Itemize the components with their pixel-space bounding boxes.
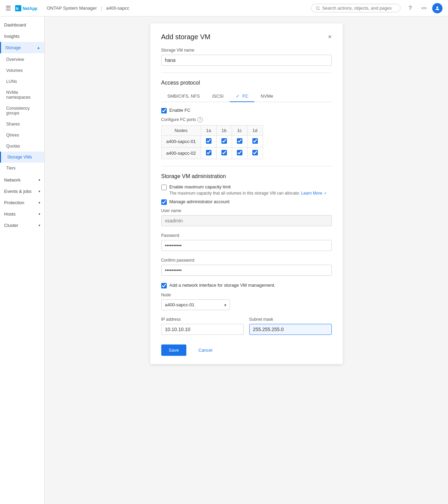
password-label: Password <box>161 233 332 238</box>
tab-fc[interactable]: ✓ FC <box>230 91 254 102</box>
sidebar-item-tiers[interactable]: Tiers <box>0 163 44 174</box>
sidebar-item-storage-vms[interactable]: Storage VMs <box>0 152 44 163</box>
table-row: a400-sapcc-02 <box>161 147 263 159</box>
events-chevron-icon: ▾ <box>39 189 40 193</box>
fc-ports-help-icon[interactable]: ? <box>197 117 203 122</box>
sidebar-item-shares[interactable]: Shares <box>0 119 44 130</box>
layout: Dashboard Insights Storage ▲ Overview Vo… <box>0 17 448 504</box>
enable-fc-row: Enable FC <box>161 108 332 113</box>
sidebar-item-consistency-groups[interactable]: Consistency groups <box>0 103 44 119</box>
enable-fc-checkbox[interactable] <box>161 108 167 113</box>
tab-iscsi[interactable]: iSCSI <box>206 91 230 102</box>
sidebar-item-nvme-namespaces[interactable]: NVMe namespaces <box>0 87 44 103</box>
protection-chevron-icon: ▾ <box>39 201 40 205</box>
tab-smb-cifs-nfs[interactable]: SMB/CIFS, NFS <box>161 91 206 102</box>
add-network-interface-label: Add a network interface for storage VM m… <box>170 283 276 288</box>
sidebar-item-network[interactable]: Network ▾ <box>0 174 44 186</box>
divider-2 <box>161 166 332 166</box>
username-input[interactable] <box>161 215 332 226</box>
table-header-1c: 1c <box>232 125 247 136</box>
subnet-mask-input[interactable] <box>249 324 332 335</box>
code-button[interactable]: <> <box>418 3 429 14</box>
divider-1 <box>161 73 332 73</box>
table-header-1b: 1b <box>216 125 232 136</box>
add-network-interface-checkbox[interactable] <box>161 283 167 288</box>
sidebar-item-insights[interactable]: Insights <box>0 31 44 42</box>
sidebar-cluster-label: Cluster <box>4 223 18 228</box>
enable-max-capacity-checkbox[interactable] <box>161 185 167 190</box>
menu-icon[interactable]: ☰ <box>6 4 11 12</box>
sidebar-item-events-jobs[interactable]: Events & jobs ▾ <box>0 186 44 197</box>
node-name-02: a400-sapcc-02 <box>161 147 201 159</box>
manage-admin-checkbox[interactable] <box>161 199 167 205</box>
cluster-chevron-icon: ▾ <box>39 223 40 227</box>
confirm-password-input[interactable] <box>161 265 332 276</box>
port-02-1a[interactable] <box>206 150 211 155</box>
sidebar-item-storage[interactable]: Storage ▲ <box>0 42 44 53</box>
sidebar-hosts-label: Hosts <box>4 211 15 217</box>
tab-iscsi-label: iSCSI <box>212 94 223 99</box>
save-button[interactable]: Save <box>161 344 187 356</box>
svg-point-5 <box>436 6 438 8</box>
storage-vm-admin-title: Storage VM administration <box>161 173 332 179</box>
tab-smb-label: SMB/CIFS, NFS <box>167 94 200 99</box>
node-name-01: a400-sapcc-01 <box>161 136 201 147</box>
sidebar: Dashboard Insights Storage ▲ Overview Vo… <box>0 17 45 504</box>
svg-text:N: N <box>16 7 19 11</box>
sidebar-events-jobs-label: Events & jobs <box>4 189 32 194</box>
enable-fc-label: Enable FC <box>170 108 190 113</box>
sidebar-item-protection[interactable]: Protection ▾ <box>0 197 44 208</box>
ip-fields-row: IP address Subnet mask <box>161 317 332 335</box>
max-capacity-desc: The maximum capacity that all volumes in… <box>170 191 326 196</box>
access-protocol-title: Access protocol <box>161 80 332 86</box>
search-bar[interactable] <box>311 4 401 12</box>
sidebar-item-hosts[interactable]: Hosts ▾ <box>0 208 44 220</box>
port-01-1b[interactable] <box>221 138 227 144</box>
node-group: Node a400-sapcc-01 a400-sapcc-02 <box>161 293 332 310</box>
sidebar-insights-label: Insights <box>4 34 20 39</box>
table-header-1d: 1d <box>247 125 263 136</box>
sidebar-item-qtrees[interactable]: Qtrees <box>0 130 44 141</box>
main-content: Add storage VM × Storage VM name Access … <box>45 17 448 504</box>
tab-nvme[interactable]: NVMe <box>254 91 279 102</box>
sidebar-item-luns[interactable]: LUNs <box>0 76 44 87</box>
sidebar-item-dashboard[interactable]: Dashboard <box>0 19 44 31</box>
sidebar-item-quotas[interactable]: Quotas <box>0 141 44 152</box>
search-input[interactable] <box>322 6 396 11</box>
port-01-1a[interactable] <box>206 138 211 144</box>
cancel-button[interactable]: Cancel <box>190 344 220 356</box>
search-icon <box>316 6 320 11</box>
port-02-1b[interactable] <box>221 150 227 155</box>
vm-name-input[interactable] <box>161 55 332 66</box>
help-button[interactable]: ? <box>405 3 416 14</box>
storage-chevron-icon: ▲ <box>37 46 40 50</box>
vm-name-group: Storage VM name <box>161 48 332 66</box>
manage-admin-row: Manage administrator account <box>161 199 332 205</box>
confirm-password-label: Confirm password <box>161 258 332 263</box>
modal-close-button[interactable]: × <box>328 33 332 41</box>
sidebar-network-label: Network <box>4 177 21 183</box>
vm-name-label: Storage VM name <box>161 48 332 53</box>
configure-fc-ports-label: Configure FC ports ? <box>161 117 332 122</box>
ip-address-input[interactable] <box>161 324 244 335</box>
port-02-1c[interactable] <box>237 150 242 155</box>
sidebar-item-overview[interactable]: Overview <box>0 54 44 65</box>
username-group: User name <box>161 208 332 226</box>
username-label: User name <box>161 208 332 213</box>
confirm-password-group: Confirm password <box>161 258 332 276</box>
user-avatar[interactable] <box>432 3 442 13</box>
fc-ports-table: Nodes 1a 1b 1c 1d a400-sapcc-01 <box>161 125 263 159</box>
ip-address-label: IP address <box>161 317 244 322</box>
node-select[interactable]: a400-sapcc-01 a400-sapcc-02 <box>161 299 230 310</box>
port-01-1d[interactable] <box>252 138 258 144</box>
sidebar-item-volumes[interactable]: Volumes <box>0 65 44 76</box>
learn-more-link[interactable]: Learn More ↗ <box>301 191 326 196</box>
password-input[interactable] <box>161 240 332 251</box>
enable-max-capacity-label: Enable maximum capacity limit <box>170 184 231 189</box>
port-01-1c[interactable] <box>237 138 242 144</box>
topbar-separator: | <box>101 6 102 11</box>
port-02-1d[interactable] <box>252 150 258 155</box>
fc-check-icon: ✓ <box>236 94 240 99</box>
sidebar-item-cluster[interactable]: Cluster ▾ <box>0 220 44 231</box>
external-link-icon: ↗ <box>324 191 326 195</box>
